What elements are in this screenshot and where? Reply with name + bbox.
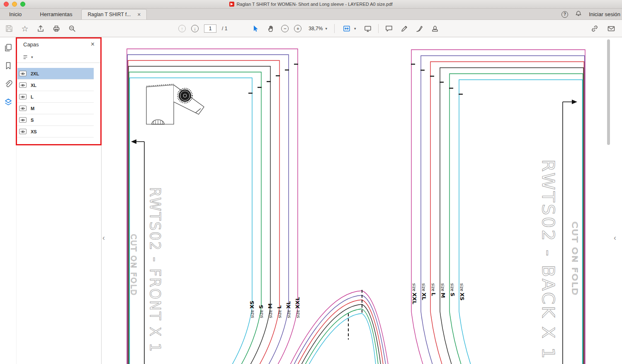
stamp-tool-icon[interactable] [430,24,440,34]
layer-row-xs[interactable]: XS [17,126,94,137]
right-rail: ‹ [610,37,622,364]
star-favorite-icon[interactable]: ☆ [20,24,30,34]
layer-visibility-eye-icon[interactable] [19,117,27,123]
caret-down-icon: ▾ [31,55,33,59]
layer-visibility-eye-icon[interactable] [19,82,27,88]
back-layer-outline [421,56,585,364]
size-label: size XL [421,283,427,300]
hand-tool-icon[interactable] [266,24,276,34]
layer-visibility-eye-icon[interactable] [19,106,27,111]
previous-page-button[interactable]: ↑ [178,25,186,32]
zoom-search-icon[interactable] [67,24,77,34]
close-window-button[interactable] [4,2,9,7]
front-neckline-curve [290,291,388,364]
page-total-label: / 1 [222,26,227,31]
size-label: size XXL [294,297,301,318]
window-title: Raglan T SHIRT for WOMEN- Short and Long… [236,2,392,7]
help-icon[interactable]: ? [561,11,568,18]
layer-row-xl[interactable]: XL [17,80,94,91]
content-area: Capas × ▾ 2XL XL L [0,37,622,364]
layer-row-s[interactable]: S [17,114,94,126]
tab-close-icon[interactable]: × [137,11,141,18]
tab-herramientas[interactable]: Herramientas [31,9,81,19]
size-label: size XXL [411,283,418,304]
front-size-labels: size XSsize Ssize Msize Lsize XLsize XXL [249,297,301,318]
back-cut-on-fold-label: CUT ON FOLD [571,222,579,296]
vertical-scrollbar[interactable] [607,39,610,145]
titlebar: Raglan T SHIRT for WOMEN- Short and Long… [0,0,622,9]
layer-row-l[interactable]: L [17,91,94,103]
panel-close-icon[interactable]: × [91,41,95,48]
layers-panel-icon[interactable] [4,98,13,108]
next-page-button[interactable]: ↓ [191,25,199,32]
pdf-page-canvas: size XSsize Ssize Msize Lsize XLsize XXL… [102,37,610,364]
document-tab[interactable]: Raglan T SHIRT f... × [81,9,147,19]
zoom-out-button[interactable]: − [281,25,289,32]
layer-visibility-eye-icon[interactable] [19,129,27,134]
tshirt-illustration [146,84,204,124]
layer-row-2xl[interactable]: 2XL [17,68,94,80]
size-label: size XS [249,301,255,318]
grainline-arrows [131,100,577,364]
size-label: size XL [285,301,292,318]
bookmarks-icon[interactable] [4,61,13,72]
fit-width-dropdown[interactable]: ▾ [340,23,358,34]
zoom-level-dropdown[interactable]: 38,7% ▾ [307,25,329,32]
comment-bubble-icon[interactable] [384,24,394,34]
minimize-window-button[interactable] [12,2,17,7]
layer-visibility-eye-icon[interactable] [19,94,27,99]
sign-in-button[interactable]: Iniciar sesión [589,11,620,17]
right-panel-collapse-chevron-icon[interactable]: ‹ [614,234,616,242]
tab-bar: Inicio Herramientas Raglan T SHIRT f... … [0,9,622,20]
tab-inicio[interactable]: Inicio [0,9,31,19]
presentation-mode-icon[interactable] [363,24,373,34]
share-upload-icon[interactable] [36,24,46,34]
size-label: size M [267,303,273,318]
size-label: size M [440,283,446,298]
select-tool-cursor-icon[interactable] [250,24,260,34]
layers-list: 2XL XL L M S [17,68,94,137]
front-neckline-curve [305,309,378,364]
front-neckline-curve [298,300,383,364]
main-toolbar: ☆ ↑ ↓ / 1 − + 3 [0,20,622,37]
print-icon[interactable] [51,24,61,34]
size-label: size L [430,283,437,296]
front-neckline-curve [301,304,381,364]
back-layer-outline [459,80,583,364]
back-layer-outline [440,68,583,364]
back-layer-outline [430,62,584,364]
caret-down-icon: ▾ [354,27,356,31]
fill-sign-pen-icon[interactable] [415,24,425,34]
layers-options-menu[interactable]: ▾ [17,51,101,63]
size-label: size S [258,305,264,318]
link-share-icon[interactable] [590,24,600,34]
size-label: size S [449,283,456,297]
back-piece-outlines [411,50,585,364]
save-icon[interactable] [4,24,14,34]
size-label: size XS [459,283,465,301]
front-cut-on-fold-label: CUT ON FOLD [129,234,138,296]
layer-row-m[interactable]: M [17,103,94,114]
pdf-document-viewport: ‹ size XSsize Ssize Msize Lsize XLsize X… [102,37,610,364]
back-layer-outline [411,50,585,364]
zoom-window-button[interactable] [20,2,25,7]
toolbar-divider [334,24,335,33]
toolbar-divider [378,24,379,33]
size-label: size L [276,305,282,318]
page-thumbnails-icon[interactable] [4,43,13,54]
document-tab-label: Raglan T SHIRT f... [87,12,131,17]
navigation-icon-strip [0,37,17,364]
back-piece-label: RWTS02 - BACK X 1 [539,159,558,360]
acrobat-window: Raglan T SHIRT for WOMEN- Short and Long… [0,0,622,364]
layers-panel-title: Capas [23,41,39,48]
mail-envelope-icon[interactable] [606,24,616,34]
layers-panel: Capas × ▾ 2XL XL L [17,37,102,364]
zoom-in-button[interactable]: + [294,25,301,32]
front-piece-label: RWTS02 - FRONT X 1 [147,187,164,353]
zoom-level-value: 38,7% [309,26,323,31]
layer-visibility-eye-icon[interactable] [19,71,27,76]
highlighter-pencil-icon[interactable] [399,24,409,34]
attachments-paperclip-icon[interactable] [4,80,13,90]
notifications-bell-icon[interactable] [575,10,582,19]
page-number-input[interactable] [204,24,216,33]
